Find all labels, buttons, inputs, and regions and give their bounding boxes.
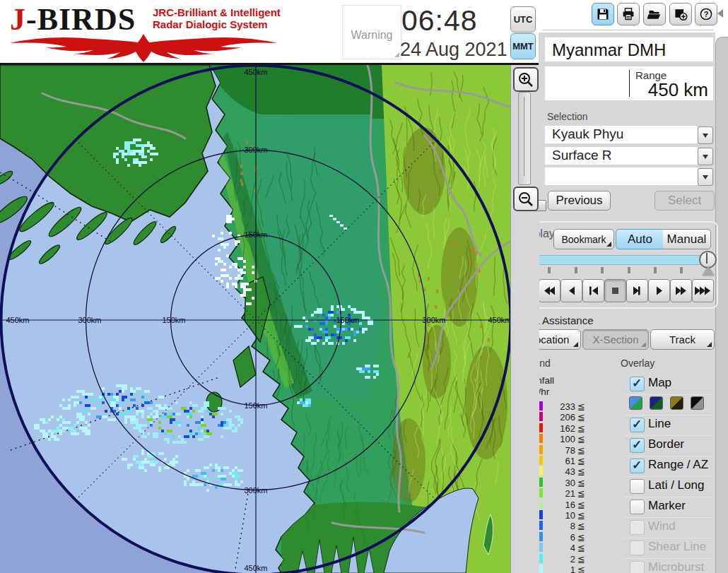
legend-lte-icon: ≦: [577, 478, 585, 488]
overlay-item-label: Border: [648, 437, 684, 451]
step-back-button[interactable]: [582, 279, 604, 302]
range-ring-label: 450km: [6, 316, 29, 324]
legend-value: 10: [544, 510, 575, 521]
stop-button[interactable]: [604, 279, 626, 302]
check-icon: ✓: [632, 376, 642, 391]
help-button[interactable]: ?: [695, 3, 717, 25]
range-ring-label: 450km: [244, 564, 267, 572]
range-ring-label: 150km: [336, 316, 359, 324]
dropdown-value[interactable]: [545, 167, 698, 185]
overlay-item-label: Line: [648, 417, 671, 431]
logo-subtitle-2: Radar Dialogic System: [153, 18, 281, 30]
selection-dropdown-2: Surface R: [545, 147, 713, 165]
previous-button[interactable]: Previous: [548, 191, 611, 211]
range-az-checkbox[interactable]: ✓: [630, 459, 645, 473]
overlay-row-marker: Marker: [625, 497, 714, 518]
open-folder-button[interactable]: [643, 3, 666, 25]
legend-value: 21: [544, 488, 575, 499]
skip-end-button[interactable]: [692, 279, 714, 302]
legend-lte-icon: ≦: [577, 412, 585, 423]
wind-checkbox[interactable]: [630, 520, 645, 535]
legend-lte-icon: ≦: [577, 488, 585, 499]
range-ring-label: 300km: [422, 316, 445, 324]
menu-corner-icon: [573, 342, 578, 347]
dropdown-value[interactable]: Surface R: [545, 147, 698, 165]
legend-lte-icon: ≦: [577, 500, 585, 510]
slider-tick: [601, 267, 604, 273]
slider-tick: [575, 267, 577, 273]
play-reverse-button[interactable]: [560, 279, 582, 302]
replay-slider-track[interactable]: [522, 255, 709, 265]
marker-checkbox[interactable]: [630, 500, 645, 514]
manual-button[interactable]: Manual: [663, 229, 711, 249]
lati-long-checkbox[interactable]: [630, 479, 645, 494]
step-forward-button[interactable]: [626, 279, 648, 302]
legend-lte-icon: ≦: [577, 466, 585, 477]
shear-line-checkbox[interactable]: [630, 540, 645, 555]
zoom-slider[interactable]: [518, 92, 531, 185]
slider-tick: [628, 267, 630, 273]
print-button[interactable]: [617, 3, 640, 25]
microburst-checkbox[interactable]: [630, 561, 645, 573]
range-box: Range 450 km: [545, 66, 713, 100]
jbirds-app: J-BIRDS JRC-Brilliant & Intelligent Rada…: [0, 0, 728, 573]
button-label: Track: [669, 333, 695, 345]
track-button[interactable]: Track: [650, 329, 715, 350]
legend-value: 206: [544, 412, 575, 423]
dropdown-arrow-button[interactable]: [698, 148, 713, 165]
fast-forward-button[interactable]: [670, 279, 692, 302]
line-checkbox[interactable]: ✓: [630, 418, 645, 432]
utc-button[interactable]: UTC: [510, 6, 536, 33]
zoom-out-button[interactable]: [513, 187, 539, 211]
legend-value: 61: [544, 456, 575, 466]
legend-value: 78: [544, 445, 575, 456]
overlay-row-line: ✓Line: [625, 415, 714, 436]
save-button[interactable]: [592, 3, 614, 25]
zoom-in-button[interactable]: [513, 67, 539, 92]
overlay-item-label: Marker: [648, 499, 686, 513]
legend-lte-icon: ≦: [577, 565, 585, 573]
x-section-button[interactable]: X-Section: [582, 329, 649, 350]
legend-value: 6: [544, 532, 575, 543]
map-style-swatch-3[interactable]: [670, 396, 683, 410]
map-style-swatch-1[interactable]: [629, 396, 642, 410]
overlay-item-label: Lati / Long: [648, 478, 704, 492]
overlay-label: Overlay: [621, 358, 654, 369]
map-style-swatch-2[interactable]: [650, 396, 663, 410]
legend-lte-icon: ≦: [577, 401, 585, 412]
add-image-button[interactable]: [669, 3, 692, 25]
magnifier-minus-icon: [517, 191, 534, 208]
fast-rewind-button[interactable]: [539, 279, 560, 302]
map-checkbox[interactable]: ✓: [630, 377, 645, 391]
legend-lte-icon: ≦: [577, 456, 585, 466]
resize-grip-icon[interactable]: [394, 52, 399, 57]
mmt-button[interactable]: MMT: [510, 33, 536, 59]
station-name-box: Myanmar DMH: [545, 37, 713, 61]
overlay-row-range-az: ✓Range / AZ: [625, 456, 714, 477]
bookmark-button[interactable]: Bookmark: [553, 229, 614, 249]
radar-map[interactable]: 450km300km150km150km300km450km450km300km…: [0, 65, 510, 573]
overlay-row-map: ✓Map: [625, 374, 714, 395]
panel-collapse-arrow-icon[interactable]: [717, 9, 723, 18]
warning-panel[interactable]: Warning: [342, 5, 401, 59]
legend-value: 8: [544, 521, 575, 531]
selection-dropdown-1: Kyauk Phyu: [545, 126, 713, 143]
magnifier-plus-icon: [517, 71, 534, 88]
auto-button[interactable]: Auto: [616, 229, 664, 249]
select-button[interactable]: Select: [654, 191, 715, 211]
help-icon: ?: [699, 7, 713, 21]
legend-value: 1: [544, 565, 575, 573]
dropdown-value[interactable]: Kyauk Phyu: [545, 126, 698, 143]
border-checkbox[interactable]: ✓: [630, 438, 645, 453]
slider-range-marker-icon[interactable]: [703, 266, 714, 276]
range-ring-label: 300km: [244, 486, 267, 495]
dropdown-arrow-button[interactable]: [698, 168, 713, 186]
play-icon: [656, 286, 663, 295]
dropdown-arrow-button[interactable]: [698, 126, 713, 144]
overlay-item-label: Shear Line: [648, 540, 706, 554]
skip-end-icon: [694, 286, 712, 295]
legend-lte-icon: ≦: [577, 532, 585, 543]
play-button[interactable]: [648, 279, 670, 302]
map-style-swatch-4[interactable]: [691, 396, 704, 410]
selection-dropdown-3: [545, 167, 713, 185]
